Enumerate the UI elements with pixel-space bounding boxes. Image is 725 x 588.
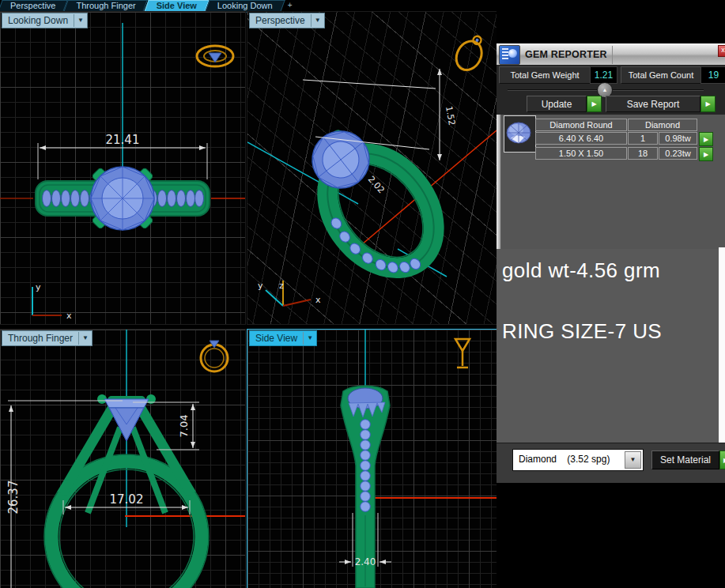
- total-gem-weight-label: Total Gem Weight: [499, 66, 591, 84]
- viewport-label-looking-down[interactable]: Looking Down ▼: [2, 13, 88, 28]
- gem-reporter-panel: GEM REPORTER x Total Gem Weight 1.21 Tot…: [497, 0, 725, 588]
- gold-weight-note: gold wt-4.56 grm: [502, 258, 660, 283]
- svg-text:z: z: [279, 281, 284, 291]
- set-material-run-icon[interactable]: ▶: [719, 450, 725, 469]
- svg-text:y: y: [258, 281, 263, 291]
- ring-size-note: RING SIZE-7 US: [502, 319, 662, 344]
- gem-thumbnail[interactable]: [504, 115, 536, 153]
- total-gem-count-label: Total Gem Count: [621, 66, 701, 84]
- chevron-down-icon[interactable]: ▼: [78, 332, 92, 345]
- app-window: Perspective Through Finger Side View Loo…: [0, 0, 725, 588]
- svg-text:2.02: 2.02: [366, 174, 387, 195]
- panel-title: GEM REPORTER: [525, 49, 607, 60]
- total-gem-count-value: 19: [700, 66, 725, 84]
- table-row[interactable]: 6.40 X 6.40 1 0.98tw ▶: [535, 132, 719, 146]
- svg-text:x: x: [66, 311, 72, 321]
- svg-text:y: y: [36, 282, 41, 292]
- row-run-icon[interactable]: ▶: [699, 147, 713, 161]
- diamond-round-icon: [504, 116, 534, 150]
- close-icon[interactable]: x: [718, 45, 725, 57]
- update-button[interactable]: Update: [527, 96, 587, 112]
- viewport-side-view[interactable]: Side View ▼: [247, 330, 497, 588]
- row-run-icon[interactable]: ▶: [699, 132, 713, 146]
- tab-side-view[interactable]: Side View: [146, 0, 207, 12]
- material-select-value: Diamond (3.52 spg): [519, 454, 610, 465]
- save-report-button[interactable]: Save Report: [606, 96, 700, 112]
- ring-orientation-icon: [451, 31, 489, 74]
- axis-gizmo-3d: z y x: [258, 281, 321, 306]
- ring-orientation-icon: [455, 339, 470, 368]
- viewport-label-through-finger[interactable]: Through Finger ▼: [2, 330, 93, 346]
- tab-through-finger[interactable]: Through Finger: [66, 0, 145, 12]
- ring-front-view-canvas[interactable]: 26.37 7.04 17.02: [0, 330, 245, 588]
- chevron-down-icon[interactable]: ▼: [625, 451, 641, 469]
- viewport-through-finger[interactable]: Through Finger ▼: [0, 330, 245, 588]
- set-material-button[interactable]: Set Material: [651, 450, 719, 469]
- save-report-run-icon[interactable]: ▶: [700, 96, 716, 112]
- axis-gizmo-2d: y x: [32, 282, 72, 321]
- ring-perspective-canvas[interactable]: 1.52 2.02 z y x: [247, 12, 497, 324]
- gem-table-header: Diamond Round Diamond: [535, 119, 719, 131]
- svg-text:1.52: 1.52: [444, 105, 457, 126]
- col-material: Diamond: [628, 119, 697, 131]
- tab-looking-down[interactable]: Looking Down: [207, 0, 283, 12]
- svg-text:x: x: [315, 295, 321, 305]
- add-tab-icon[interactable]: +: [283, 0, 297, 12]
- chevron-down-icon[interactable]: ▼: [311, 14, 324, 27]
- viewport-perspective[interactable]: Perspective ▼: [247, 12, 497, 324]
- svg-text:7.04: 7.04: [178, 415, 190, 438]
- svg-text:2.40: 2.40: [355, 556, 376, 567]
- gem-table: Diamond Round Diamond 6.40 X 6.40 1 0.98…: [535, 118, 719, 161]
- tab-perspective[interactable]: Perspective: [0, 0, 66, 12]
- svg-text:26.37: 26.37: [6, 481, 21, 514]
- gem-reporter-icon: [499, 45, 520, 65]
- gem-reporter-titlebar[interactable]: GEM REPORTER: [497, 43, 725, 66]
- ring-side-view-canvas[interactable]: 2.40: [247, 330, 497, 588]
- ring-orientation-icon: [201, 341, 228, 371]
- svg-text:17.02: 17.02: [110, 492, 144, 507]
- update-run-icon[interactable]: ▶: [587, 96, 602, 112]
- ring-orientation-icon: [197, 46, 233, 66]
- viewport-label-side-view[interactable]: Side View ▼: [249, 330, 317, 346]
- ring-3d[interactable]: [285, 109, 459, 295]
- material-select[interactable]: Diamond (3.52 spg) ▼: [512, 449, 644, 471]
- background-window-sliver: [719, 247, 725, 443]
- total-gem-weight-value: 1.21: [590, 66, 617, 84]
- col-shape: Diamond Round: [535, 119, 627, 131]
- notes-area: gold wt-4.56 grm RING SIZE-7 US: [497, 249, 725, 443]
- chevron-down-icon[interactable]: ▼: [74, 14, 87, 27]
- viewport-tab-bar: Perspective Through Finger Side View Loo…: [0, 0, 497, 13]
- chevron-down-icon[interactable]: ▼: [303, 332, 316, 345]
- viewport-looking-down[interactable]: Looking Down ▼ 21.41: [0, 12, 245, 324]
- svg-text:21.41: 21.41: [106, 133, 140, 147]
- table-row[interactable]: 1.50 X 1.50 18 0.23tw ▶: [535, 147, 719, 161]
- center-stone[interactable]: [91, 167, 154, 230]
- viewport-label-perspective[interactable]: Perspective ▼: [249, 13, 325, 28]
- ring-top-view-canvas[interactable]: 21.41: [0, 12, 245, 324]
